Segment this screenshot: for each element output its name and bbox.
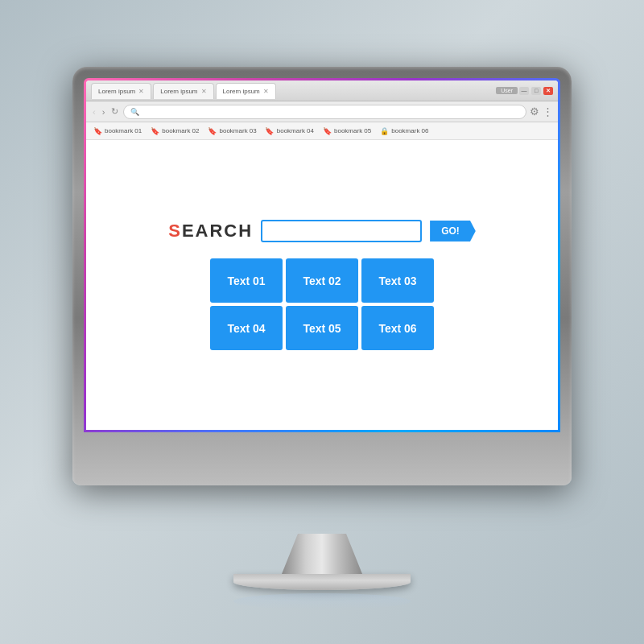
maximize-button[interactable]: □ xyxy=(531,87,541,95)
address-search-icon: 🔍 xyxy=(130,108,139,116)
search-input[interactable] xyxy=(261,220,422,242)
bookmark-6[interactable]: 🔒 bookmark 06 xyxy=(379,126,428,136)
browser-titlebar: Lorem ipsum ✕ Lorem ipsum ✕ Lorem ipsum … xyxy=(86,80,558,101)
text-box-6[interactable]: Text 06 xyxy=(361,306,434,350)
tab-2[interactable]: Lorem ipsum ✕ xyxy=(153,83,213,99)
search-rest-label: EARCH xyxy=(182,221,253,241)
bookmark-1-icon: 🔖 xyxy=(93,126,102,136)
tab-2-close[interactable]: ✕ xyxy=(201,88,207,95)
text-box-4[interactable]: Text 04 xyxy=(210,306,283,350)
monitor-wrapper: Lorem ipsum ✕ Lorem ipsum ✕ Lorem ipsum … xyxy=(72,67,572,609)
tab-1[interactable]: Lorem ipsum ✕ xyxy=(91,83,151,99)
tab-1-label: Lorem ipsum xyxy=(98,88,135,95)
bookmark-4[interactable]: 🔖 bookmark 04 xyxy=(265,126,314,136)
tab-3-close[interactable]: ✕ xyxy=(263,88,269,95)
monitor-neck-base xyxy=(233,574,411,590)
text-grid: Text 01 Text 02 Text 03 Text 04 Text 05 … xyxy=(210,258,434,350)
bookmark-2[interactable]: 🔖 bookmark 02 xyxy=(150,126,199,136)
tab-1-close[interactable]: ✕ xyxy=(138,88,144,95)
bookmark-5-icon: 🔖 xyxy=(322,126,332,136)
monitor-stand xyxy=(72,534,572,609)
more-options-icon[interactable]: ⋮ xyxy=(543,105,553,118)
bookmark-1-label: bookmark 01 xyxy=(105,127,142,134)
close-button[interactable]: ✕ xyxy=(543,87,553,95)
minimize-button[interactable]: — xyxy=(519,87,529,95)
back-button[interactable]: ‹ xyxy=(91,107,97,117)
search-label: SEARCH xyxy=(168,221,253,242)
text-box-2[interactable]: Text 02 xyxy=(286,258,358,303)
bookmark-3[interactable]: 🔖 bookmark 03 xyxy=(208,126,257,136)
search-s-letter: S xyxy=(168,221,182,241)
bookmark-5[interactable]: 🔖 bookmark 05 xyxy=(322,126,371,136)
tab-3[interactable]: Lorem ipsum ✕ xyxy=(216,83,276,99)
bookmark-1[interactable]: 🔖 bookmark 01 xyxy=(93,126,142,136)
bookmark-4-icon: 🔖 xyxy=(265,126,275,136)
text-box-5[interactable]: Text 05 xyxy=(286,306,358,350)
search-section: SEARCH GO! xyxy=(168,220,476,242)
bookmark-3-icon: 🔖 xyxy=(208,126,217,136)
monitor-neck-shaft xyxy=(282,534,362,574)
reload-button[interactable]: ↻ xyxy=(109,106,120,117)
browser-navbar: ‹ › ↻ 🔍 ⚙ ⋮ xyxy=(86,101,558,122)
bookmark-5-label: bookmark 05 xyxy=(334,127,371,134)
go-button[interactable]: GO! xyxy=(430,221,476,242)
bookmark-2-label: bookmark 02 xyxy=(162,127,199,134)
bookmarks-bar: 🔖 bookmark 01 🔖 bookmark 02 🔖 bookmark 0… xyxy=(86,122,558,140)
monitor-outer: Lorem ipsum ✕ Lorem ipsum ✕ Lorem ipsum … xyxy=(72,67,572,485)
address-bar[interactable]: 🔍 xyxy=(123,105,526,119)
tab-3-label: Lorem ipsum xyxy=(223,88,260,95)
bookmark-4-label: bookmark 04 xyxy=(277,127,314,134)
screen: Lorem ipsum ✕ Lorem ipsum ✕ Lorem ipsum … xyxy=(86,80,558,430)
window-controls: — □ ✕ xyxy=(519,87,553,95)
bookmark-2-icon: 🔖 xyxy=(150,126,159,136)
settings-icon[interactable]: ⚙ xyxy=(530,105,539,118)
page-content: SEARCH GO! Text 01 Text 02 Text 03 Text … xyxy=(86,140,558,430)
bookmark-6-label: bookmark 06 xyxy=(391,127,428,134)
monitor-bezel: Lorem ipsum ✕ Lorem ipsum ✕ Lorem ipsum … xyxy=(84,78,560,432)
forward-button[interactable]: › xyxy=(101,107,107,117)
monitor-reflection xyxy=(233,593,411,609)
bookmark-3-label: bookmark 03 xyxy=(220,127,257,134)
bookmark-6-icon: 🔒 xyxy=(379,126,389,136)
tab-2-label: Lorem ipsum xyxy=(160,88,197,95)
user-label: User xyxy=(496,87,518,94)
text-box-1[interactable]: Text 01 xyxy=(210,258,283,303)
text-box-3[interactable]: Text 03 xyxy=(361,258,434,303)
